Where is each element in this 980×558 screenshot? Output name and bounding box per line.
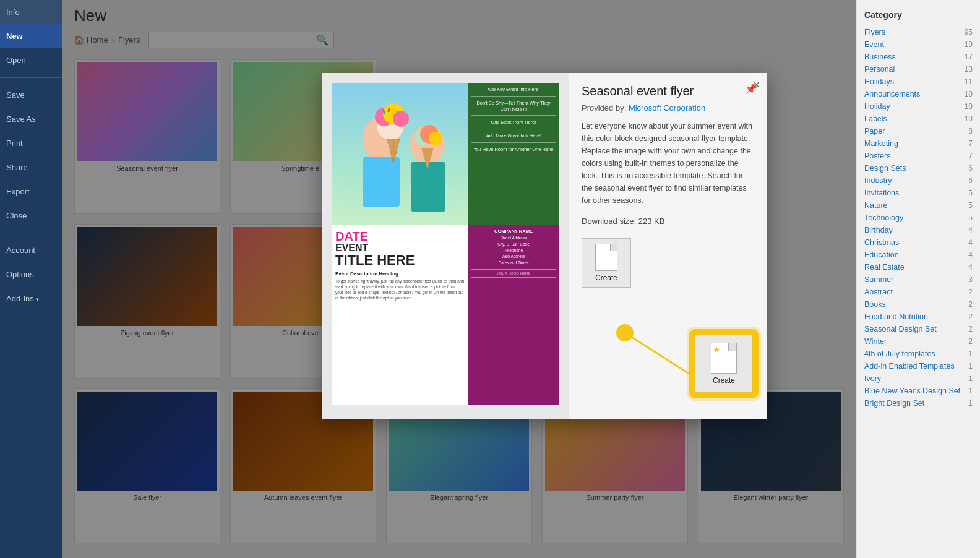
category-item[interactable]: Personal13 bbox=[864, 63, 973, 75]
svg-point-20 bbox=[616, 324, 634, 341]
svg-point-19 bbox=[429, 132, 442, 145]
category-item[interactable]: Posters7 bbox=[864, 150, 973, 162]
flyer-title: TITLE HERE bbox=[335, 254, 464, 267]
category-item[interactable]: Seasonal Design Set2 bbox=[864, 323, 973, 335]
create-button-highlighted[interactable]: ★ Create bbox=[693, 333, 755, 395]
category-item[interactable]: Nature5 bbox=[864, 199, 973, 212]
main-content: New 🏠 Home › Flyers 🔍 Seasonal event fly… bbox=[62, 0, 856, 558]
category-item[interactable]: Event19 bbox=[864, 38, 973, 51]
sidebar-item-share[interactable]: Share bbox=[0, 155, 62, 179]
star-icon: ★ bbox=[713, 345, 721, 354]
sidebar-item-close[interactable]: Close bbox=[0, 204, 62, 228]
create-button-primary[interactable]: Create bbox=[582, 238, 631, 288]
modal-dialog: × bbox=[322, 73, 767, 419]
document-icon bbox=[595, 244, 617, 271]
category-item[interactable]: Invitations5 bbox=[864, 187, 973, 199]
modal-close-button[interactable]: × bbox=[753, 79, 760, 90]
flyer-preview: Add Key Event Info Here! Don't Be Shy—Te… bbox=[332, 83, 559, 405]
flyer-sidebar-item-3: One More Point Here! bbox=[471, 119, 556, 129]
category-item[interactable]: Winter2 bbox=[864, 335, 973, 348]
modal-description: Let everyone know about your summer even… bbox=[582, 120, 755, 207]
category-item[interactable]: Blue New Year's Design Set1 bbox=[864, 385, 973, 397]
category-item[interactable]: Ivory1 bbox=[864, 372, 973, 385]
sidebar-item-addins[interactable]: Add-Ins ▾ bbox=[0, 286, 62, 311]
flyer-address: Street Address bbox=[471, 236, 556, 240]
category-item[interactable]: Add-in Enabled Templates1 bbox=[864, 360, 973, 372]
flyer-sidebar-item-5: You Have Room for Another One Here! bbox=[471, 147, 556, 156]
flyer-logo: YOUR LOGO HERE bbox=[471, 269, 556, 278]
chevron-down-icon: ▾ bbox=[36, 296, 39, 303]
category-item[interactable]: Abstract2 bbox=[864, 286, 973, 298]
flyer-sidebar-item-1: Add Key Event Info Here! bbox=[471, 87, 556, 97]
flyer-desc-body: To get started right away, just tap any … bbox=[335, 278, 464, 301]
sidebar-item-save[interactable]: Save bbox=[0, 83, 62, 107]
flyer-contact-area: COMPANY NAME Street Address City, ST ZIP… bbox=[468, 225, 559, 405]
sidebar-item-print[interactable]: Print bbox=[0, 131, 62, 155]
modal-provider-link[interactable]: Microsoft Corporation bbox=[629, 103, 705, 113]
category-item[interactable]: Christmas4 bbox=[864, 236, 973, 249]
flyer-dates: Dates and Times bbox=[471, 260, 556, 265]
modal-provider: Provided by: Microsoft Corporation bbox=[582, 103, 755, 113]
category-item[interactable]: Birthday4 bbox=[864, 224, 973, 236]
sidebar-item-account[interactable]: Account bbox=[0, 238, 62, 262]
flyer-bottom: DATE EVENT TITLE HERE Event Description … bbox=[332, 225, 559, 405]
modal-info-pane: 📌 Seasonal event flyer Provided by: Micr… bbox=[569, 73, 767, 419]
modal-template-title: Seasonal event flyer bbox=[582, 84, 755, 98]
sidebar-item-saveas[interactable]: Save As bbox=[0, 107, 62, 131]
category-item[interactable]: Industry6 bbox=[864, 174, 973, 187]
flyer-sidebar-item-2: Don't Be Shy—Tell Them Why They Can't Mi… bbox=[471, 100, 556, 116]
create-button-primary-label: Create bbox=[595, 273, 617, 282]
flyer-telephone: Telephone bbox=[471, 248, 556, 252]
sidebar-item-open[interactable]: Open bbox=[0, 48, 62, 72]
flyer-photo bbox=[332, 83, 468, 225]
svg-rect-2 bbox=[363, 157, 400, 207]
category-item[interactable]: Food and Nutrition2 bbox=[864, 311, 973, 323]
svg-rect-15 bbox=[411, 162, 445, 212]
category-item[interactable]: Books2 bbox=[864, 298, 973, 311]
category-item[interactable]: Marketing7 bbox=[864, 137, 973, 150]
category-list: Flyers95Event19Business17Personal13Holid… bbox=[864, 26, 973, 410]
category-item[interactable]: Real Estate4 bbox=[864, 261, 973, 273]
svg-point-6 bbox=[393, 111, 409, 127]
category-item[interactable]: Holidays11 bbox=[864, 75, 973, 88]
flyer-web: Web Address bbox=[471, 254, 556, 259]
flyer-text-area: DATE EVENT TITLE HERE Event Description … bbox=[332, 225, 468, 405]
flyer-sidebar-item-4: Add More Great Info Here! bbox=[471, 133, 556, 143]
category-item[interactable]: Summer3 bbox=[864, 273, 973, 286]
category-item[interactable]: Holiday10 bbox=[864, 100, 973, 113]
category-item[interactable]: Education4 bbox=[864, 249, 973, 261]
flyer-top: Add Key Event Info Here! Don't Be Shy—Te… bbox=[332, 83, 559, 225]
flyer-sidebar: Add Key Event Info Here! Don't Be Shy—Te… bbox=[468, 83, 559, 225]
category-title: Category bbox=[864, 10, 973, 20]
flyer-city: City, ST ZIP Code bbox=[471, 242, 556, 246]
right-sidebar: Category Flyers95Event19Business17Person… bbox=[856, 0, 980, 558]
category-item[interactable]: 4th of July templates1 bbox=[864, 348, 973, 360]
sidebar-divider-2 bbox=[0, 233, 62, 233]
category-item[interactable]: Flyers95 bbox=[864, 26, 973, 38]
flyer-desc-heading: Event Description Heading bbox=[335, 271, 464, 277]
svg-line-21 bbox=[625, 333, 693, 376]
sidebar-item-info[interactable]: Info bbox=[0, 0, 62, 24]
category-item[interactable]: Design Sets6 bbox=[864, 162, 973, 174]
create-button-highlighted-label: Create bbox=[713, 376, 735, 385]
flyer-event: EVENT bbox=[335, 243, 464, 254]
sidebar-divider-1 bbox=[0, 77, 62, 78]
sidebar-item-export[interactable]: Export bbox=[0, 179, 62, 204]
modal-inner: Add Key Event Info Here! Don't Be Shy—Te… bbox=[322, 73, 767, 419]
sidebar: Info New Open Save Save As Print Share E… bbox=[0, 0, 62, 558]
create-button-highlighted-container: ★ Create bbox=[693, 333, 755, 395]
document-icon-2: ★ bbox=[711, 343, 737, 374]
flyer-company: COMPANY NAME bbox=[471, 228, 556, 234]
sidebar-item-new[interactable]: New bbox=[0, 24, 62, 48]
category-item[interactable]: Announcements10 bbox=[864, 88, 973, 100]
category-item[interactable]: Business17 bbox=[864, 51, 973, 63]
category-item[interactable]: Labels10 bbox=[864, 113, 973, 125]
modal-download-size: Download size: 223 KB bbox=[582, 217, 755, 226]
category-item[interactable]: Paper8 bbox=[864, 125, 973, 137]
category-item[interactable]: Bright Design Set1 bbox=[864, 397, 973, 410]
modal-preview-pane: Add Key Event Info Here! Don't Be Shy—Te… bbox=[322, 73, 569, 419]
category-item[interactable]: Technology5 bbox=[864, 212, 973, 224]
flyer-date: DATE bbox=[335, 230, 464, 243]
sidebar-item-options[interactable]: Options bbox=[0, 262, 62, 286]
